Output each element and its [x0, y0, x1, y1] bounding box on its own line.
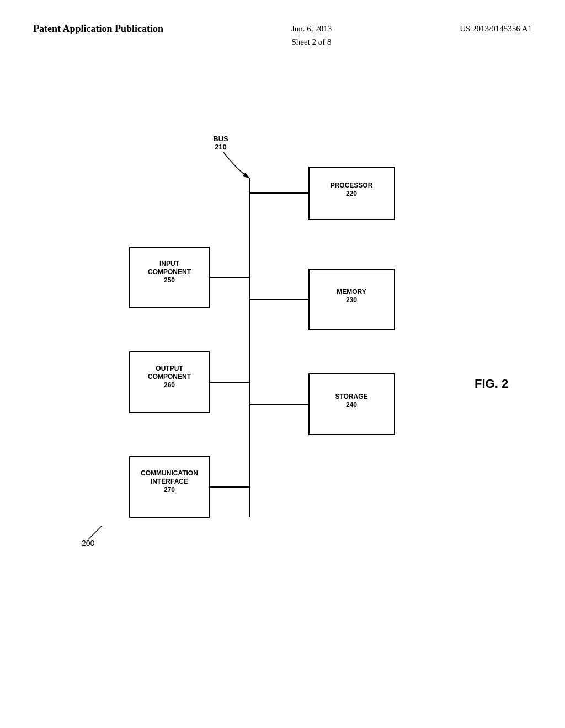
diagram-svg: BUS 210 PROCESSOR 220 INPUT COMPONENT 25…: [0, 60, 565, 721]
page-header: Patent Application Publication Jun. 6, 2…: [0, 0, 565, 60]
svg-text:230: 230: [346, 296, 357, 304]
fig-label: FIG. 2: [475, 377, 508, 390]
diagram-ref-arrow: [88, 526, 102, 539]
publication-number: US 2013/0145356 A1: [460, 22, 532, 35]
svg-text:250: 250: [164, 276, 175, 284]
svg-text:MEMORY: MEMORY: [337, 288, 366, 296]
svg-text:STORAGE: STORAGE: [335, 393, 367, 400]
svg-text:PROCESSOR: PROCESSOR: [331, 181, 373, 189]
svg-text:COMPONENT: COMPONENT: [148, 268, 191, 276]
bus-label: BUS: [213, 135, 228, 143]
svg-text:270: 270: [164, 486, 175, 494]
svg-text:OUTPUT: OUTPUT: [156, 365, 183, 372]
svg-text:240: 240: [346, 401, 357, 409]
svg-text:INTERFACE: INTERFACE: [151, 478, 188, 485]
svg-text:260: 260: [164, 381, 175, 389]
diagram-number-label: 200: [82, 539, 95, 548]
svg-text:220: 220: [346, 190, 357, 197]
publication-title: Patent Application Publication: [33, 22, 163, 36]
svg-text:COMMUNICATION: COMMUNICATION: [141, 469, 198, 477]
bus-arrow: [223, 152, 249, 178]
publication-date-sheet: Jun. 6, 2013 Sheet 2 of 8: [291, 22, 332, 49]
svg-text:COMPONENT: COMPONENT: [148, 373, 191, 381]
bus-number: 210: [215, 143, 227, 151]
diagram-area: BUS 210 PROCESSOR 220 INPUT COMPONENT 25…: [0, 60, 565, 721]
svg-text:INPUT: INPUT: [159, 260, 180, 267]
